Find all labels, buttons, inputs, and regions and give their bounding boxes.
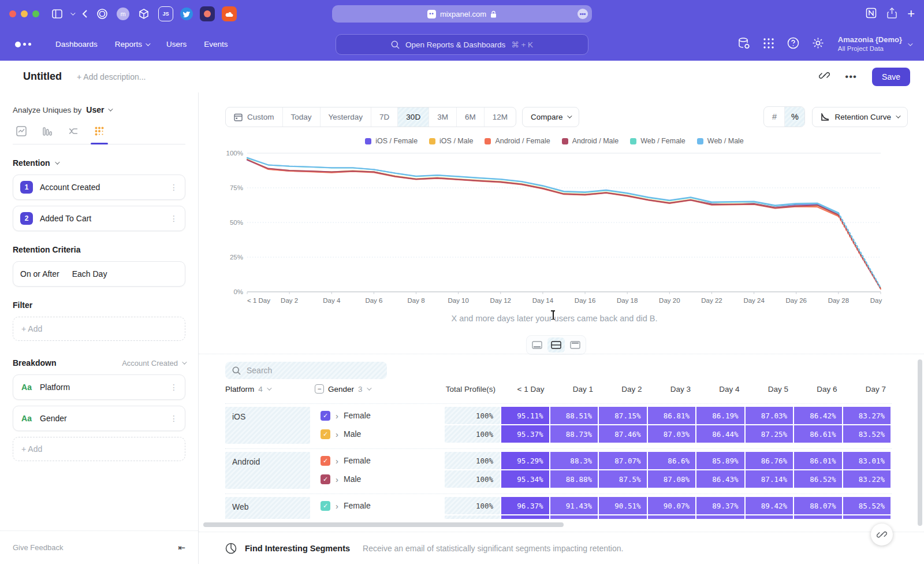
retention-value-cell[interactable]: 89.48%	[696, 515, 744, 519]
platform-cell[interactable]: iOS	[225, 407, 310, 444]
gender-cell[interactable]: ✓›Male	[315, 515, 445, 519]
retention-value-cell[interactable]: 83.52%	[843, 425, 891, 443]
nav-item-reports[interactable]: Reports	[115, 40, 149, 49]
retention-value-cell[interactable]: 86.44%	[696, 425, 744, 443]
nav-item-users[interactable]: Users	[166, 40, 187, 49]
retention-value-cell[interactable]: 86.42%	[794, 407, 842, 424]
breakdown-scope-dropdown[interactable]: Account Created	[122, 359, 185, 368]
range-custom[interactable]: Custom	[226, 107, 283, 127]
extension-cube-icon[interactable]	[136, 6, 151, 21]
legend-item[interactable]: Web / Female	[630, 137, 685, 145]
report-title[interactable]: Untitled	[23, 70, 62, 83]
retention-value-cell[interactable]: 86.81%	[648, 407, 696, 424]
retention-value-cell[interactable]: 91.41%	[550, 515, 598, 519]
view-toggle-chart-and-table[interactable]	[547, 337, 565, 352]
tab-flows[interactable]	[68, 126, 79, 136]
retention-value-cell[interactable]: 89.37%	[696, 497, 744, 514]
nav-item-dashboards[interactable]: Dashboards	[55, 40, 98, 49]
collapse-sidebar-icon[interactable]: ⇤	[178, 543, 185, 553]
retention-value-cell[interactable]: 83.01%	[843, 452, 891, 469]
retention-value-cell[interactable]: 86.01%	[794, 452, 842, 469]
share-link-fab[interactable]	[871, 524, 893, 546]
retention-value-cell[interactable]: 90.04%	[648, 515, 696, 519]
extension-cloud-icon[interactable]	[222, 6, 237, 21]
copy-link-icon[interactable]	[819, 70, 830, 83]
more-options-icon[interactable]: •••	[845, 71, 857, 83]
add-breakdown-button[interactable]: + Add	[13, 437, 185, 461]
retention-value-cell[interactable]: 86.52%	[794, 470, 842, 488]
retention-step-2[interactable]: 2 Added To Cart ⋮	[13, 206, 185, 231]
retention-step-1[interactable]: 1 Account Created ⋮	[13, 175, 185, 200]
retention-value-cell[interactable]: 90.54%	[599, 515, 647, 519]
series-checkbox[interactable]: ✓	[321, 429, 330, 439]
retention-value-cell[interactable]: 87.03%	[648, 425, 696, 443]
range-30d[interactable]: 30D	[398, 107, 429, 127]
retention-value-cell[interactable]: 87.07%	[599, 452, 647, 469]
gender-cell[interactable]: ✓›Male	[315, 470, 445, 488]
retention-value-cell[interactable]: 89.42%	[746, 497, 793, 514]
mixpanel-logo-icon[interactable]	[15, 42, 31, 47]
retention-value-cell[interactable]: 86.76%	[746, 452, 793, 469]
criteria-operator[interactable]: On or After	[20, 269, 59, 279]
range-7d[interactable]: 7D	[371, 107, 398, 127]
table-search-input[interactable]: Search	[225, 362, 387, 379]
gender-cell[interactable]: ✓›Male	[315, 425, 445, 443]
retention-value-cell[interactable]: 88.88%	[550, 470, 598, 488]
retention-value-cell[interactable]: 95.11%	[501, 407, 549, 424]
retention-value-cell[interactable]: 90.07%	[648, 497, 696, 514]
retention-section-label[interactable]: Retention	[13, 158, 50, 168]
view-toggle-table-only[interactable]	[567, 337, 584, 352]
gender-cell[interactable]: ✓›Female	[315, 497, 445, 514]
retention-value-cell[interactable]: 87.5%	[599, 470, 647, 488]
expand-chevron-icon[interactable]: ›	[336, 430, 338, 439]
expand-chevron-icon[interactable]: ›	[336, 475, 338, 484]
notion-icon[interactable]	[866, 8, 877, 21]
series-checkbox[interactable]: ✓	[321, 411, 330, 421]
share-icon[interactable]	[887, 8, 897, 21]
retention-value-cell[interactable]: 91.43%	[550, 497, 598, 514]
retention-value-cell[interactable]: 95.29%	[501, 452, 549, 469]
extension-js-icon[interactable]: JS	[158, 6, 173, 21]
retention-criteria-control[interactable]: On or After Each Day	[13, 261, 185, 287]
breakdown-menu-icon[interactable]: ⋮	[170, 383, 178, 391]
platform-column-header[interactable]: Platform 4	[225, 385, 315, 394]
url-bar[interactable]: •• mixpanel.com •••	[332, 5, 592, 23]
series-checkbox[interactable]: ✓	[321, 456, 330, 466]
minimize-window-button[interactable]	[21, 10, 28, 17]
breakdown-platform[interactable]: Aa Platform ⋮	[13, 374, 185, 400]
give-feedback-link[interactable]: Give Feedback	[13, 543, 63, 552]
chart-type-dropdown[interactable]: Retention Curve	[812, 107, 908, 127]
close-window-button[interactable]	[9, 10, 16, 17]
retention-value-cell[interactable]: 87.03%	[746, 407, 793, 424]
retention-value-cell[interactable]: 87.46%	[599, 425, 647, 443]
retention-value-cell[interactable]: 88.07%	[794, 497, 842, 514]
horizontal-scrollbar[interactable]	[203, 522, 564, 527]
save-button[interactable]: Save	[872, 68, 910, 86]
extension-target-icon[interactable]	[95, 6, 110, 21]
legend-item[interactable]: Web / Male	[697, 137, 744, 145]
tab-insights[interactable]	[16, 126, 27, 136]
retention-value-cell[interactable]: 95.37%	[501, 425, 549, 443]
platform-cell[interactable]: Android	[225, 452, 310, 489]
gender-column-header[interactable]: − Gender 3	[315, 384, 445, 394]
vertical-scrollbar[interactable]	[918, 359, 922, 526]
retention-value-cell[interactable]: 96.84%	[501, 515, 549, 519]
compare-button[interactable]: Compare	[522, 107, 580, 127]
retention-value-cell[interactable]: 86.43%	[696, 470, 744, 488]
range-today[interactable]: Today	[283, 107, 321, 127]
range-3m[interactable]: 3M	[429, 107, 457, 127]
platform-cell[interactable]: Web	[225, 497, 310, 519]
range-yesterday[interactable]: Yesterday	[321, 107, 372, 127]
expand-chevron-icon[interactable]: ›	[336, 502, 338, 510]
data-management-icon[interactable]	[737, 37, 750, 52]
site-settings-icon[interactable]: •••	[578, 9, 588, 19]
retention-value-cell[interactable]: 83.27%	[843, 407, 891, 424]
retention-value-cell[interactable]: 87.25%	[746, 425, 793, 443]
legend-item[interactable]: Android / Female	[485, 137, 550, 145]
gender-cell[interactable]: ✓›Female	[315, 452, 445, 469]
retention-value-cell[interactable]: 88.3%	[550, 452, 598, 469]
extension-bird-icon[interactable]	[180, 8, 193, 20]
tab-retention[interactable]	[94, 126, 105, 136]
unit-percent[interactable]: %	[784, 107, 804, 127]
sidebar-toggle-icon[interactable]	[52, 9, 62, 18]
